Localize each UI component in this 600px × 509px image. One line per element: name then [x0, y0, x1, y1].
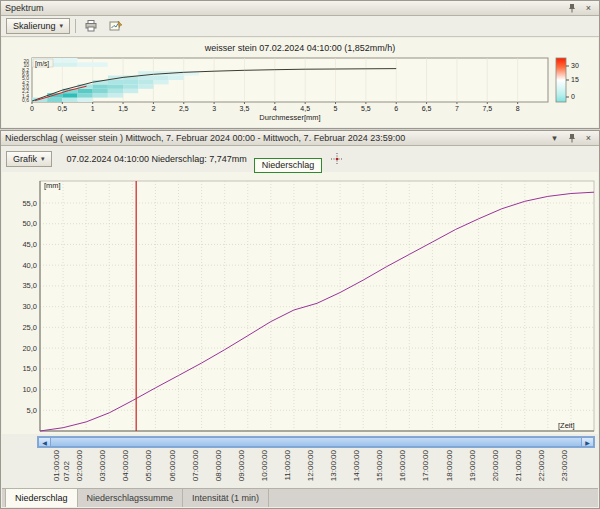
- svg-text:Durchmesser[mm]: Durchmesser[mm]: [259, 113, 320, 122]
- svg-text:2: 2: [151, 105, 155, 112]
- niederschlag-panel: Niederschlag ( weisser stein ) Mittwoch,…: [0, 130, 600, 509]
- time-tick-label: 01:00:0007.02: [52, 450, 71, 481]
- crosshair-icon: [330, 152, 344, 166]
- time-tick-label: 06:00:00: [168, 450, 177, 481]
- chevron-down-icon[interactable]: ▾: [548, 132, 561, 144]
- svg-text:4,5: 4,5: [300, 105, 310, 112]
- time-tick-label: 19:00:00: [468, 450, 477, 481]
- close-icon[interactable]: ×: [582, 132, 595, 144]
- time-tick-label: 05:00:00: [144, 450, 153, 481]
- time-axis-labels: 01:00:0007.0202:00:0003:00:0004:00:0005:…: [1, 449, 600, 489]
- export-chart-icon: [109, 20, 123, 32]
- print-button[interactable]: [81, 18, 101, 35]
- time-tick-label: 23:00:00: [560, 450, 569, 481]
- printer-icon: [84, 20, 98, 32]
- svg-text:8: 8: [516, 105, 520, 112]
- precipitation-chart-area: 5,010,015,020,025,030,035,040,045,050,05…: [2, 172, 598, 434]
- chevron-down-icon: ▾: [41, 155, 45, 163]
- time-tick-label: 10:00:00: [260, 450, 269, 481]
- svg-text:2,5: 2,5: [179, 105, 189, 112]
- export-chart-button[interactable]: [106, 18, 126, 35]
- svg-text:7: 7: [455, 105, 459, 112]
- svg-text:30,0: 30,0: [22, 302, 37, 311]
- time-tick-label: 04:00:00: [121, 450, 130, 481]
- svg-text:5,0: 5,0: [27, 406, 37, 415]
- pin-icon[interactable]: [565, 2, 578, 14]
- svg-text:10,0: 10,0: [22, 385, 37, 394]
- svg-text:0: 0: [571, 93, 575, 100]
- time-tick-label: 18:00:00: [445, 450, 454, 481]
- time-tick-label: 09:00:00: [237, 450, 246, 481]
- spektrum-window-controls: ×: [565, 2, 595, 14]
- time-tick-label: 13:00:00: [329, 450, 338, 481]
- svg-text:55,0: 55,0: [22, 199, 37, 208]
- spectrum-heatmap[interactable]: 00,511,522,533,544,555,566,577,58Durchme…: [2, 56, 600, 122]
- svg-text:50,0: 50,0: [22, 219, 37, 228]
- spektrum-titlebar[interactable]: Spektrum ×: [1, 1, 599, 16]
- scroll-left-arrow[interactable]: ◀: [38, 437, 51, 447]
- precipitation-chart[interactable]: 5,010,015,020,025,030,035,040,045,050,05…: [2, 172, 600, 434]
- time-tick-label: 02:00:00: [75, 450, 84, 481]
- niederschlag-panel-title: Niederschlag ( weisser stein ) Mittwoch,…: [5, 133, 548, 143]
- svg-text:7,5: 7,5: [482, 105, 492, 112]
- tab-intensitaet[interactable]: Intensität (1 min): [183, 489, 269, 507]
- time-tick-label: 15:00:00: [375, 450, 384, 481]
- chevron-down-icon: ▾: [60, 22, 64, 30]
- svg-text:0: 0: [30, 105, 34, 112]
- time-tick-label: 16:00:00: [398, 450, 407, 481]
- time-tick-label: 11:00:00: [283, 450, 292, 481]
- toolbar-separator: [75, 19, 76, 33]
- svg-text:45,0: 45,0: [22, 240, 37, 249]
- svg-text:35,0: 35,0: [22, 281, 37, 290]
- tracking-button[interactable]: [327, 151, 347, 168]
- svg-text:4: 4: [273, 105, 277, 112]
- skalierung-label: Skalierung: [13, 21, 56, 31]
- grafik-label: Grafik: [13, 154, 37, 164]
- spectrum-chart-title: weisser stein 07.02.2024 04:10:00 (1,852…: [2, 38, 598, 53]
- svg-text:15: 15: [571, 76, 579, 83]
- svg-text:3: 3: [212, 105, 216, 112]
- time-tick-label: 14:00:00: [352, 450, 361, 481]
- svg-text:1: 1: [91, 105, 95, 112]
- time-tick-label: 22:00:00: [537, 450, 546, 481]
- pin-icon[interactable]: [565, 132, 578, 144]
- svg-text:[m/s]: [m/s]: [35, 60, 49, 68]
- svg-text:40,0: 40,0: [22, 261, 37, 270]
- spektrum-panel: Spektrum × Skalierung ▾ weisser stein 07: [0, 0, 600, 129]
- tab-niederschlag[interactable]: Niederschlag: [5, 488, 78, 507]
- svg-text:3,5: 3,5: [240, 105, 250, 112]
- grafik-button[interactable]: Grafik ▾: [6, 151, 52, 167]
- time-tick-label: 08:00:00: [214, 450, 223, 481]
- time-tick-label: 03:00:00: [98, 450, 107, 481]
- tab-bar: Niederschlag Niederschlagssumme Intensit…: [2, 488, 598, 507]
- scrollbar-thumb[interactable]: [51, 437, 581, 447]
- close-icon[interactable]: ×: [582, 2, 595, 14]
- spektrum-toolbar: Skalierung ▾: [1, 16, 599, 37]
- spektrum-panel-title: Spektrum: [5, 3, 565, 13]
- svg-text:1,5: 1,5: [118, 105, 128, 112]
- time-tick-label: 12:00:00: [306, 450, 315, 481]
- series-legend: Niederschlag: [254, 158, 323, 173]
- svg-text:[Zeit]: [Zeit]: [558, 421, 575, 430]
- svg-text:30: 30: [571, 62, 579, 69]
- svg-text:[mm]: [mm]: [44, 181, 61, 190]
- skalierung-button[interactable]: Skalierung ▾: [6, 18, 70, 34]
- svg-text:20,0: 20,0: [22, 344, 37, 353]
- spectrum-chart-area: weisser stein 07.02.2024 04:10:00 (1,852…: [2, 38, 598, 127]
- time-tick-label: 17:00:00: [421, 450, 430, 481]
- svg-text:6,5: 6,5: [422, 105, 432, 112]
- time-tick-label: 20:00:00: [491, 450, 500, 481]
- svg-text:0,5: 0,5: [57, 105, 67, 112]
- niederschlag-titlebar[interactable]: Niederschlag ( weisser stein ) Mittwoch,…: [1, 131, 599, 146]
- tab-niederschlagssumme[interactable]: Niederschlagssumme: [78, 489, 184, 507]
- svg-text:25,0: 25,0: [22, 323, 37, 332]
- svg-text:15,0: 15,0: [22, 364, 37, 373]
- svg-text:0,6: 0,6: [22, 97, 29, 103]
- svg-text:6: 6: [394, 105, 398, 112]
- horizontal-scrollbar[interactable]: ◀ ▶: [37, 436, 595, 448]
- svg-text:5,5: 5,5: [361, 105, 371, 112]
- time-tick-label: 21:00:00: [514, 450, 523, 481]
- time-tick-label: 07:00:00: [191, 450, 200, 481]
- scroll-right-arrow[interactable]: ▶: [581, 437, 594, 447]
- niederschlag-window-controls: ▾ ×: [548, 132, 595, 144]
